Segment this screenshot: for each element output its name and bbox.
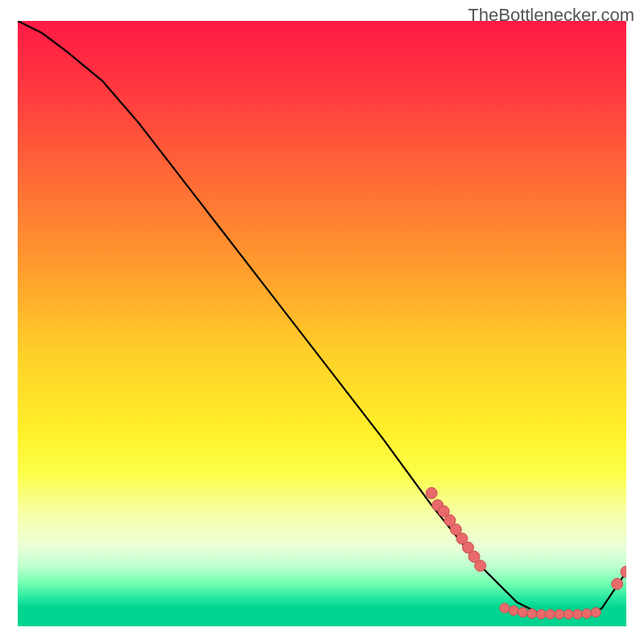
data-point bbox=[475, 560, 486, 572]
data-point bbox=[573, 609, 583, 619]
data-point bbox=[555, 609, 564, 619]
attribution-label: TheBottlenecker.com bbox=[468, 5, 634, 26]
plot-area bbox=[18, 21, 626, 626]
chart-svg bbox=[18, 21, 626, 626]
data-point bbox=[527, 609, 537, 618]
data-point bbox=[621, 566, 626, 577]
data-point bbox=[518, 608, 528, 617]
bottleneck-curve bbox=[18, 21, 626, 614]
data-point bbox=[509, 605, 518, 615]
data-point bbox=[426, 488, 437, 499]
data-point bbox=[536, 609, 546, 619]
data-point bbox=[500, 603, 510, 613]
data-point bbox=[546, 609, 555, 619]
data-point bbox=[591, 608, 601, 617]
data-point bbox=[612, 578, 623, 589]
data-point bbox=[564, 609, 573, 619]
chart-container: TheBottlenecker.com bbox=[0, 0, 644, 644]
scatter-dots bbox=[426, 488, 626, 619]
data-point bbox=[582, 609, 592, 618]
